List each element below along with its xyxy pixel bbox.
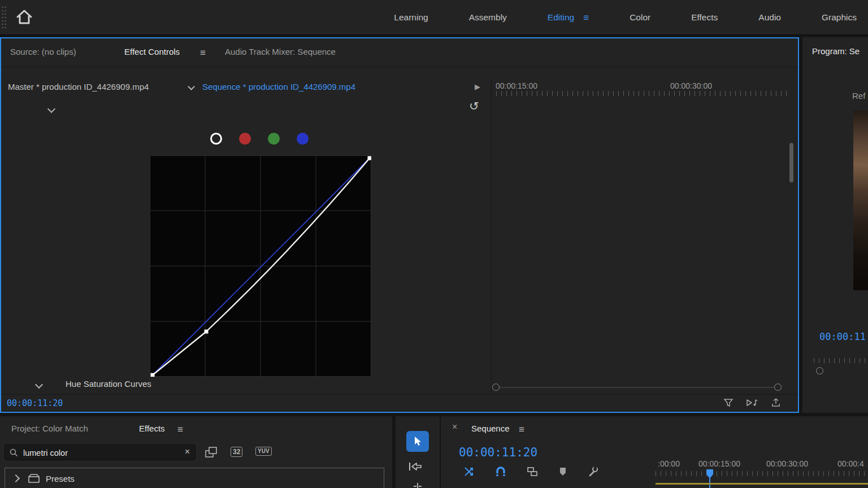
- ruler-label: 00:00:30:00: [766, 459, 808, 468]
- expand-section-chevron[interactable]: [35, 381, 43, 389]
- presets-label: Presets: [46, 474, 75, 483]
- ec-column-divider: [491, 78, 492, 395]
- ripple-edit-tool-icon: [411, 482, 424, 488]
- curve-point[interactable]: [368, 156, 372, 160]
- export-icon[interactable]: [771, 398, 781, 408]
- timeline-toolbar: [463, 466, 599, 477]
- home-icon: [15, 7, 34, 27]
- effect-controls-panel: Source: (no clips) Effect Controls ≡ Aud…: [0, 37, 799, 413]
- ec-status-icons: [723, 398, 781, 408]
- home-button[interactable]: [15, 7, 35, 28]
- show-keyframes-icon[interactable]: ▶: [475, 82, 480, 91]
- workspace-switcher: Learning Assembly Editing ≡ Color Effect…: [394, 0, 857, 35]
- presets-row[interactable]: Presets: [5, 468, 384, 488]
- program-zoom-handle[interactable]: [816, 367, 823, 374]
- program-monitor-panel: Program: Se Ref 00:00:11: [802, 37, 868, 413]
- add-marker-icon[interactable]: [557, 466, 568, 477]
- panel-grip[interactable]: [1, 6, 7, 29]
- zoom-track: [496, 387, 778, 388]
- ec-zoom-bar[interactable]: [492, 384, 782, 391]
- master-clip-label[interactable]: Master * production ID_4426909.mp4: [8, 82, 149, 91]
- program-timecode[interactable]: 00:00:11: [819, 331, 866, 342]
- ripple-edit-tool-button[interactable]: [411, 482, 424, 488]
- channel-master-button[interactable]: [210, 133, 222, 145]
- tab-effect-controls[interactable]: Effect Controls: [124, 47, 180, 56]
- tab-project[interactable]: Project: Color Match: [11, 424, 88, 433]
- render-bar: [656, 483, 868, 485]
- snap-icon[interactable]: [494, 466, 507, 477]
- clear-search-icon[interactable]: ×: [185, 447, 190, 457]
- ec-clip-header: Master * production ID_4426909.mp4 Seque…: [1, 78, 491, 97]
- ec-tab-bar: Source: (no clips) Effect Controls ≡ Aud…: [1, 38, 798, 67]
- ruler-label: 00:00:15:00: [496, 81, 537, 90]
- tab-source[interactable]: Source: (no clips): [10, 47, 76, 56]
- channel-blue-button[interactable]: [297, 133, 309, 145]
- reset-effect-icon[interactable]: ↺: [469, 99, 479, 113]
- workspace-editing[interactable]: Editing: [548, 12, 574, 23]
- curve-point[interactable]: [205, 330, 209, 334]
- nest-toggle-icon[interactable]: [463, 466, 475, 477]
- close-panel-icon[interactable]: ×: [452, 422, 457, 432]
- rgb-curve-editor[interactable]: [150, 155, 371, 377]
- track-select-tool-icon: [408, 461, 423, 472]
- effects-panel-menu-icon[interactable]: ≡: [177, 425, 183, 434]
- chevron-right-icon[interactable]: [12, 474, 20, 482]
- workspace-editing-group: Editing ≡: [548, 12, 589, 23]
- new-custom-bin-icon[interactable]: [205, 446, 218, 459]
- workspace-assembly[interactable]: Assembly: [469, 12, 507, 23]
- workspace-menu-icon[interactable]: ≡: [583, 13, 589, 23]
- selection-tool-icon: [413, 436, 422, 447]
- chevron-down-icon[interactable]: [188, 83, 195, 90]
- workspace-graphics[interactable]: Graphics: [822, 12, 857, 23]
- search-input[interactable]: [22, 446, 177, 460]
- tab-effects[interactable]: Effects: [139, 424, 165, 433]
- reference-label: Ref: [852, 91, 865, 101]
- collapse-section-chevron[interactable]: [47, 105, 55, 113]
- ec-status-bar: 00:00:11:20: [1, 394, 798, 412]
- program-ruler-ticks: [814, 358, 868, 363]
- tab-audio-track-mixer[interactable]: Audio Track Mixer: Sequence: [225, 47, 336, 56]
- bin-icon: [28, 473, 40, 483]
- zoom-handle-right[interactable]: [774, 384, 782, 391]
- play-audio-icon[interactable]: [746, 398, 758, 408]
- tools-panel: [396, 416, 440, 488]
- program-video-thumbnail: [853, 111, 868, 290]
- workspace-learning[interactable]: Learning: [394, 12, 428, 23]
- channel-green-button[interactable]: [268, 133, 280, 145]
- hue-saturation-curves-label[interactable]: Hue Saturation Curves: [66, 379, 151, 389]
- ec-vertical-scrollbar[interactable]: [789, 143, 793, 182]
- effect-controls-menu-icon[interactable]: ≡: [200, 48, 206, 58]
- app-topbar: Learning Assembly Editing ≡ Color Effect…: [0, 0, 868, 35]
- project-panel: Project: Color Match Effects ≡ × 32 YUV …: [0, 416, 392, 488]
- filter-icon[interactable]: [723, 398, 734, 408]
- tab-sequence[interactable]: Sequence: [471, 424, 510, 433]
- linked-selection-icon[interactable]: [527, 466, 538, 477]
- search-icon: [10, 448, 18, 457]
- workspace-audio[interactable]: Audio: [758, 12, 781, 23]
- ruler-ticks: [656, 471, 868, 476]
- ruler-label: :00:00: [658, 459, 680, 468]
- timeline-ruler[interactable]: :00:00 00:00:15:00 00:00:30:00 00:00:4: [656, 456, 868, 478]
- yuv-badge[interactable]: YUV: [255, 447, 272, 456]
- ruler-label: 00:00:15:00: [698, 459, 740, 468]
- track-select-tool-button[interactable]: [408, 461, 427, 475]
- premiere-app: Learning Assembly Editing ≡ Color Effect…: [0, 0, 868, 488]
- selection-tool-button[interactable]: [406, 431, 429, 452]
- sequence-clip-label[interactable]: Sequence * production ID_4426909.mp4: [202, 82, 355, 91]
- settings-wrench-icon[interactable]: [588, 466, 599, 477]
- ec-mini-ruler[interactable]: 00:00:15:00 00:00:30:00: [491, 78, 788, 97]
- program-panel-title[interactable]: Program: Se: [812, 46, 860, 56]
- ec-timecode[interactable]: 00:00:11:20: [7, 398, 63, 408]
- channel-red-button[interactable]: [239, 133, 251, 145]
- search-box[interactable]: ×: [5, 445, 196, 460]
- ruler-ticks: [491, 91, 788, 96]
- zoom-handle-left[interactable]: [492, 384, 500, 391]
- curve-point[interactable]: [151, 373, 155, 377]
- bit-depth-badge[interactable]: 32: [231, 447, 242, 457]
- channel-selector: [210, 133, 309, 145]
- timeline-panel: × Sequence ≡ 00:00:11:20: [441, 416, 868, 488]
- workspace-color[interactable]: Color: [630, 12, 650, 23]
- workspace-effects[interactable]: Effects: [691, 12, 718, 23]
- timeline-timecode[interactable]: 00:00:11:20: [459, 446, 537, 459]
- sequence-panel-menu-icon[interactable]: ≡: [519, 425, 524, 434]
